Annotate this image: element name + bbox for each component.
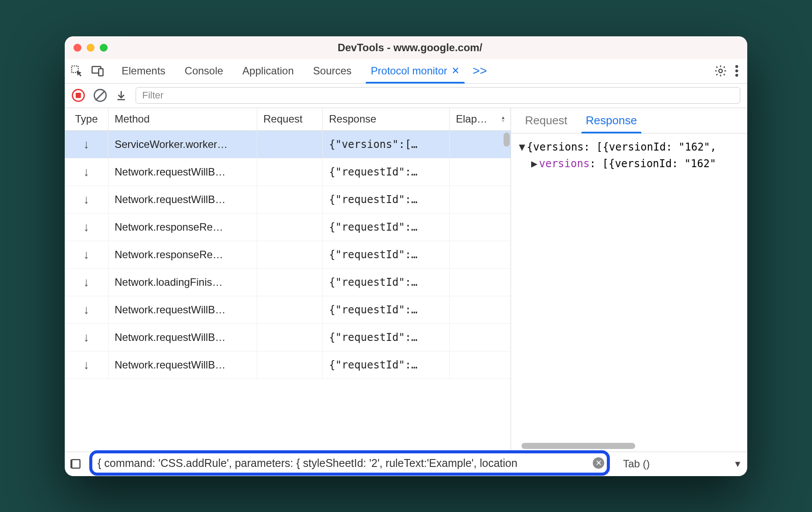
subtab-response[interactable]: Response [578,108,645,133]
window-title: DevTools - www.google.com/ [108,42,738,54]
table-row[interactable]: ↓Network.requestWillB…{"requestId":… [65,324,511,351]
header-elapsed-label: Elap… [456,113,487,125]
show-console-drawer-icon[interactable] [70,458,81,470]
main-content: Type Method Request Response Elap… ▴▾ ↓S… [65,108,747,452]
cell-request [257,131,323,158]
cell-type: ↓ [65,131,108,158]
collapse-drawer-icon[interactable]: ▼ [733,459,742,469]
cell-response: {"requestId":… [323,241,450,268]
maximize-window-button[interactable] [100,44,108,52]
header-type[interactable]: Type [65,108,108,130]
svg-point-3 [719,69,722,73]
tree-root[interactable]: ▼{versions: [{versionId: "162", [519,139,745,155]
tab-label: Console [185,65,223,77]
tree-value: : [{versionId: "162" [590,158,716,170]
clear-input-icon[interactable]: ✕ [593,457,604,469]
cell-type: ↓ [65,324,108,351]
chevron-right-icon: >> [472,64,487,78]
cell-method: Network.loadingFinis… [108,269,257,296]
tab-sources[interactable]: Sources [304,59,361,83]
titlebar: DevTools - www.google.com/ [65,36,747,59]
cell-elapsed [450,158,511,186]
command-input-highlight: ✕ [89,450,610,476]
arrow-down-icon: ↓ [84,275,90,289]
cell-method: Network.responseRe… [108,241,257,268]
arrow-down-icon: ↓ [84,358,90,372]
svg-rect-2 [99,69,103,76]
devtools-window: DevTools - www.google.com/ Elements Cons… [65,36,747,476]
tree-child[interactable]: ▶versions: [{versionId: "162" [519,155,745,172]
tab-label: Application [242,65,294,77]
table-row[interactable]: ↓Network.requestWillB…{"requestId":… [65,351,511,379]
device-toolbar-icon[interactable] [91,64,104,77]
cell-elapsed [450,131,511,158]
header-elapsed[interactable]: Elap… ▴▾ [450,108,511,130]
subtab-request[interactable]: Request [517,108,575,133]
raw-command-input[interactable] [92,457,593,470]
cell-type: ↓ [65,269,108,296]
table-row[interactable]: ↓Network.requestWillB…{"requestId":… [65,158,511,186]
vertical-scrollbar[interactable] [504,133,510,147]
horizontal-scrollbar[interactable] [522,443,635,449]
close-window-button[interactable] [74,44,81,52]
cell-elapsed [450,241,511,268]
cell-response: {"versions":[… [323,131,450,158]
panel-tabs: Elements Console Application Sources Pro… [112,59,490,83]
cell-request [257,296,323,323]
record-button[interactable] [72,89,85,102]
svg-point-5 [735,70,738,73]
header-request[interactable]: Request [257,108,323,130]
drawer-bar: ✕ Tab () ▼ [65,452,747,476]
table-row[interactable]: ↓ServiceWorker.worker…{"versions":[… [65,131,511,158]
cell-method: Network.responseRe… [108,214,257,241]
table-row[interactable]: ↓Network.responseRe…{"requestId":… [65,241,511,269]
inspect-element-icon[interactable] [70,64,83,77]
drawer-tab-label[interactable]: Tab () [623,458,650,470]
cell-elapsed [450,324,511,351]
response-tree[interactable]: ▼{versions: [{versionId: "162", ▶version… [511,133,747,452]
arrow-down-icon: ↓ [84,193,90,207]
close-tab-icon[interactable]: ✕ [452,65,459,77]
more-options-button[interactable] [735,64,738,77]
cell-response: {"requestId":… [323,214,450,241]
cell-response: {"requestId":… [323,269,450,296]
protocol-toolbar [65,84,747,108]
arrow-down-icon: ↓ [84,330,90,344]
clear-button[interactable] [94,89,107,102]
tab-application[interactable]: Application [233,59,303,83]
header-response[interactable]: Response [323,108,450,130]
cell-elapsed [450,351,511,379]
tab-protocol-monitor[interactable]: Protocol monitor ✕ [361,59,469,83]
cell-response: {"requestId":… [323,186,450,213]
header-method[interactable]: Method [108,108,257,130]
filter-input[interactable] [136,87,740,104]
cell-type: ↓ [65,158,108,186]
table-row[interactable]: ↓Network.responseRe…{"requestId":… [65,214,511,241]
table-row[interactable]: ↓Network.requestWillB…{"requestId":… [65,186,511,214]
svg-point-4 [735,65,738,68]
save-icon[interactable] [116,89,127,102]
cell-method: ServiceWorker.worker… [108,131,257,158]
cell-method: Network.requestWillB… [108,351,257,379]
table-row[interactable]: ↓Network.loadingFinis…{"requestId":… [65,269,511,296]
cell-method: Network.requestWillB… [108,158,257,186]
cell-method: Network.requestWillB… [108,324,257,351]
tab-console[interactable]: Console [175,59,233,83]
cell-request [257,158,323,186]
cell-type: ↓ [65,214,108,241]
settings-button[interactable] [714,64,727,77]
messages-grid: Type Method Request Response Elap… ▴▾ ↓S… [65,108,511,452]
subtab-label: Response [586,114,637,127]
more-tabs-button[interactable]: >> [469,59,490,83]
details-tabs: Request Response [511,108,747,133]
caret-right-icon[interactable]: ▶ [531,155,539,172]
traffic-lights [74,44,108,52]
tab-elements[interactable]: Elements [112,59,175,83]
minimize-window-button[interactable] [87,44,94,52]
tab-label: Protocol monitor [371,65,448,77]
caret-down-icon[interactable]: ▼ [519,139,527,155]
cell-request [257,186,323,213]
sort-indicator-icon: ▴▾ [502,116,504,123]
cell-type: ↓ [65,296,108,323]
table-row[interactable]: ↓Network.requestWillB…{"requestId":… [65,296,511,324]
